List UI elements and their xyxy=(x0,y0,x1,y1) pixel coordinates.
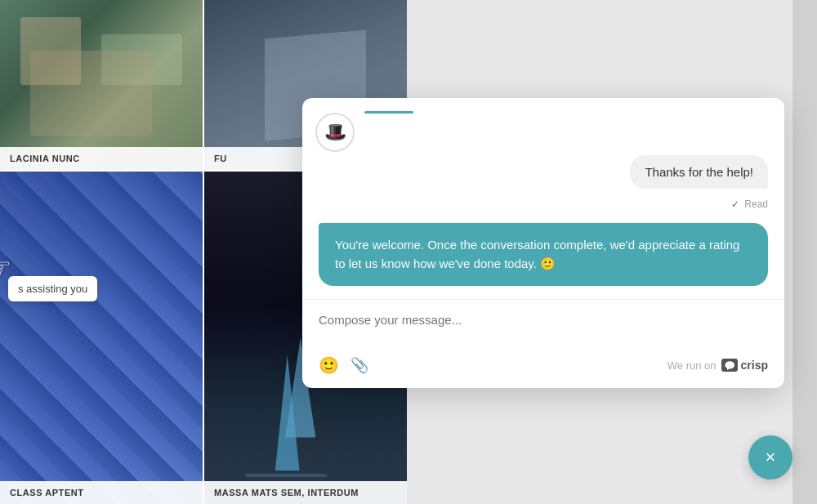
user-message-area: Thanks for the help! xyxy=(302,152,784,198)
chat-widget: 🎩 Thanks for the help! ✓ Read You're wel… xyxy=(302,98,784,388)
close-icon: × xyxy=(766,448,776,466)
close-chat-button[interactable]: × xyxy=(748,435,792,479)
user-message-bubble: Thanks for the help! xyxy=(630,155,768,189)
right-panel xyxy=(792,0,817,504)
tooltip-bubble: s assisting you xyxy=(8,276,97,301)
cursor-tooltip: ☞ s assisting you xyxy=(0,253,11,283)
emoji-icon[interactable]: 🙂 xyxy=(319,355,339,375)
crisp-label: crisp xyxy=(741,359,768,372)
agent-status-bar xyxy=(364,111,768,123)
powered-by: We run on crisp xyxy=(667,359,768,372)
compose-input[interactable] xyxy=(319,313,768,336)
compose-area xyxy=(302,299,784,349)
caption-bot-mid: MASSA MATS SEM, INTERDUM xyxy=(204,481,407,504)
crisp-icon xyxy=(721,359,738,372)
powered-by-label: We run on xyxy=(667,359,717,372)
caption-top-left: LACINIA NUNC xyxy=(0,147,203,170)
status-line xyxy=(364,111,413,114)
caption-bot-left: CLASS APTENT xyxy=(0,481,203,504)
chat-header: 🎩 xyxy=(302,98,784,152)
read-status: ✓ Read xyxy=(302,198,784,210)
read-check-icon: ✓ xyxy=(731,198,739,210)
agent-message-area: You're welcome. Once the conversation co… xyxy=(302,216,784,299)
chat-toolbar: 🙂 📎 We run on crisp xyxy=(302,349,784,388)
agent-avatar: 🎩 xyxy=(315,113,355,152)
attach-icon[interactable]: 📎 xyxy=(350,356,368,374)
agent-message-bubble: You're welcome. Once the conversation co… xyxy=(319,223,768,286)
crisp-logo[interactable]: crisp xyxy=(721,359,768,372)
read-label: Read xyxy=(744,198,768,210)
